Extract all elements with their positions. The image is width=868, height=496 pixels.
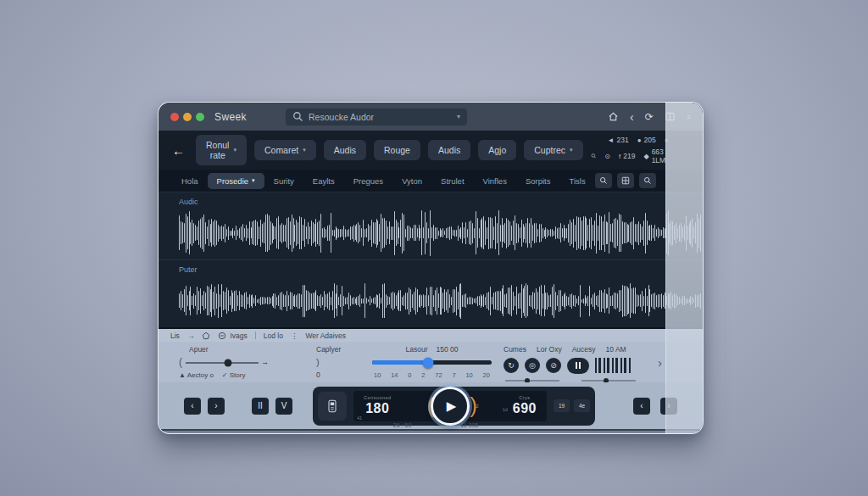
- lasour-slider[interactable]: [372, 360, 492, 365]
- next-track-button[interactable]: ›: [660, 398, 677, 415]
- arrow-right-icon[interactable]: →: [187, 332, 195, 340]
- search-tracks-button[interactable]: [639, 173, 656, 188]
- barcode-display: [595, 358, 632, 373]
- grid-icon: [621, 176, 630, 185]
- pause-button[interactable]: [567, 358, 589, 374]
- apuer-slider-knob[interactable]: [224, 359, 231, 366]
- aectoy-toggle[interactable]: ▲ Aectoy o: [179, 371, 214, 379]
- time-left: 26 : 50: [393, 422, 411, 428]
- rotate-icon: ↻: [508, 361, 515, 370]
- tab-prosedie-active[interactable]: Prosedie ▾: [208, 173, 264, 189]
- play-icon: ▶: [447, 398, 457, 414]
- tab-label: Strulet: [441, 176, 464, 186]
- status-value: 663 1LM: [652, 148, 669, 164]
- step-forward-button[interactable]: ›: [208, 398, 225, 415]
- mini-slider-1[interactable]: [505, 380, 559, 382]
- audio-track-2[interactable]: Puter: [159, 259, 703, 327]
- ivags-button[interactable]: Ivags: [218, 332, 247, 340]
- bottom-transport-bar: ‹ › II V Censuoned 180 41 (‹: [159, 382, 703, 429]
- next-panel-chevron[interactable]: ›: [658, 343, 691, 381]
- search-input[interactable]: Resoucke Audor ▾: [286, 109, 467, 125]
- grid-view-button[interactable]: [617, 173, 634, 188]
- pause-button[interactable]: II: [252, 398, 269, 415]
- right-readout-label: Crys: [519, 396, 530, 401]
- lor-oxy-knob[interactable]: ◎: [525, 358, 540, 373]
- tab-hola[interactable]: Hola: [172, 173, 208, 189]
- tab-vinfles[interactable]: Vinfles: [474, 173, 516, 189]
- device-icon: [326, 399, 338, 413]
- cumes-label: Cumes: [504, 345, 526, 354]
- sidebar-panel-icon[interactable]: [665, 111, 676, 122]
- toolbar-status: ◄231 ●205 × ⊙ f219 ◆663 1LM: [591, 136, 669, 164]
- caret-down-icon: ▾: [233, 147, 236, 153]
- tab-vyton[interactable]: Vyton: [392, 173, 431, 189]
- tick-label: 0: [408, 371, 411, 379]
- toolbar-button-agjo[interactable]: Agjo: [478, 140, 516, 160]
- more-options-icon[interactable]: ⋮: [291, 332, 298, 340]
- zoom-search-button[interactable]: [595, 173, 612, 188]
- back-arrow-button[interactable]: ←: [172, 143, 185, 158]
- prev-track-button[interactable]: ‹: [633, 398, 650, 415]
- home-icon[interactable]: [608, 111, 619, 122]
- apuer-slider[interactable]: →: [186, 362, 259, 364]
- toolbar-button-audis-2[interactable]: Audis: [428, 140, 470, 160]
- toolbar-button-audis[interactable]: Audis: [324, 140, 366, 160]
- caret-down-icon: ▾: [570, 147, 573, 153]
- button-label: Audis: [334, 145, 356, 155]
- waveform-display-2[interactable]: [159, 274, 703, 327]
- paren-open: (: [179, 357, 182, 367]
- lasour-slider-knob[interactable]: [423, 357, 434, 368]
- device-button[interactable]: [318, 392, 347, 421]
- wer-adaives-button[interactable]: Wer Adaives: [305, 332, 346, 340]
- cumes-knob[interactable]: ↻: [504, 358, 519, 373]
- mini-slider-2[interactable]: [581, 380, 636, 382]
- button-label: Ronul rate: [206, 140, 229, 160]
- tab-sorpits[interactable]: Sorpits: [516, 173, 560, 189]
- button-label: Audis: [438, 145, 460, 155]
- time-label: 10 AM: [606, 345, 626, 354]
- toolbar-button-comaret[interactable]: Comaret ▾: [254, 140, 316, 160]
- audio-track-1[interactable]: Audic: [159, 192, 703, 259]
- button-label: Cuptrec: [534, 145, 565, 155]
- preset-4e-button[interactable]: 4e: [574, 399, 590, 412]
- toolbar-button-ronul-rate[interactable]: Ronul rate ▾: [196, 135, 247, 165]
- story-toggle[interactable]: ✓ Story: [222, 371, 246, 379]
- search-dropdown-caret-icon[interactable]: ▾: [457, 113, 460, 120]
- zoom-window-button[interactable]: [196, 113, 204, 121]
- tab-eaylts[interactable]: Eaylts: [303, 173, 344, 189]
- toolbar-button-cuptrec[interactable]: Cuptrec ▾: [524, 140, 582, 160]
- search-icon[interactable]: [591, 152, 597, 160]
- tab-bar: Hola Prosedie ▾ Surity Eaylts Pregues Vy…: [159, 170, 703, 192]
- lod-lo-button[interactable]: Lod lo: [264, 332, 283, 340]
- refresh-icon[interactable]: ⟳: [645, 111, 654, 123]
- slash-circle-icon: ⊘: [550, 361, 557, 370]
- toolbar-button-rouge[interactable]: Rouge: [374, 140, 420, 160]
- caplyer-value: 0: [316, 371, 360, 379]
- play-button[interactable]: ▶: [431, 387, 470, 426]
- paren-sub: 2: [476, 404, 478, 409]
- close-window-button[interactable]: [170, 113, 179, 121]
- transport-toolbar: Lis → Ivags Lod lo ⋮ Wer Adaives: [159, 327, 703, 342]
- tick-label: 20: [483, 371, 490, 379]
- minimize-window-button[interactable]: [183, 113, 192, 121]
- pentagon-icon[interactable]: [202, 332, 210, 340]
- preset-19-button[interactable]: 19: [554, 399, 570, 412]
- back-icon[interactable]: ‹: [630, 110, 634, 124]
- transport-display: Censuoned 180 41 (‹ ▶ )2 Crys 690 1d: [353, 391, 547, 421]
- right-readout-sub: 1d: [503, 408, 508, 413]
- tab-surity[interactable]: Surity: [264, 173, 303, 189]
- tab-strulet[interactable]: Strulet: [431, 173, 473, 189]
- lis-label[interactable]: Lis: [170, 332, 180, 340]
- v-button[interactable]: V: [275, 398, 292, 415]
- slider-fill: [372, 360, 428, 365]
- waveform-display-1[interactable]: [159, 206, 703, 259]
- tab-label: Prosedie: [217, 176, 249, 186]
- step-back-button[interactable]: ‹: [184, 398, 201, 415]
- tab-pregues[interactable]: Pregues: [344, 173, 392, 189]
- left-readout-value: 180: [365, 402, 389, 415]
- aucesy-knob[interactable]: ⊘: [546, 358, 561, 373]
- close-icon[interactable]: ×: [665, 137, 669, 144]
- tab-tisls[interactable]: Tisls: [559, 173, 594, 189]
- search-icon: [599, 176, 608, 185]
- menu-icon[interactable]: ≡: [687, 113, 691, 121]
